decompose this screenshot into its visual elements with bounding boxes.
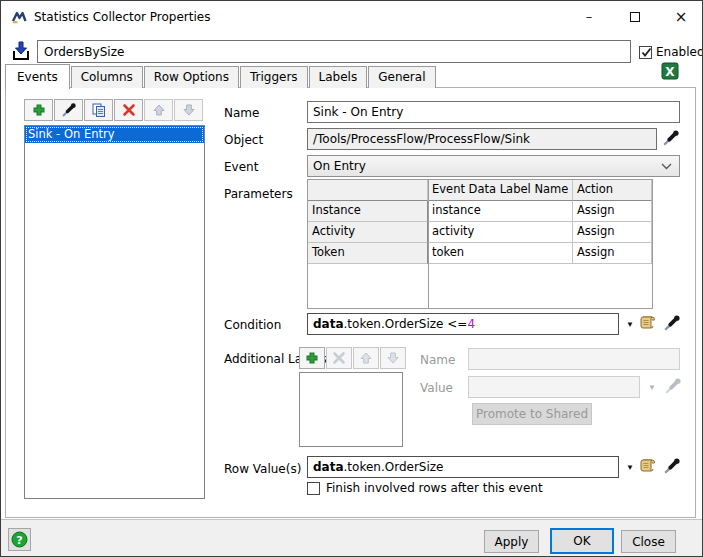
maximize-icon [630, 12, 640, 22]
object-sampler-button[interactable] [661, 129, 681, 149]
row-values-code-keyword: data [313, 460, 344, 474]
header-cell-action: Action [573, 180, 652, 201]
collector-name-input[interactable] [37, 40, 631, 63]
arrow-up-icon [358, 350, 374, 366]
table-row: Instance instance Assign [308, 201, 652, 222]
header-cell-event-data-label-name: Event Data Label Name [428, 180, 573, 201]
tab-labels[interactable]: Labels [309, 66, 368, 88]
move-event-down-button[interactable] [174, 99, 203, 121]
close-dialog-button[interactable]: Close [621, 530, 676, 553]
move-event-up-button[interactable] [144, 99, 173, 121]
event-select[interactable]: On Entry [307, 155, 680, 177]
eyedropper-icon [664, 377, 682, 395]
event-name-field[interactable]: Sink - On Entry [307, 101, 680, 123]
condition-sampler-button[interactable] [662, 314, 682, 334]
label-name-cell[interactable]: token [428, 243, 573, 264]
tab-row-options[interactable]: Row Options [144, 66, 239, 88]
object-path-field[interactable]: /Tools/ProcessFlow/ProcessFlow/Sink [307, 128, 657, 150]
script-scroll-icon [639, 457, 657, 474]
copy-icon [91, 102, 107, 118]
event-list[interactable]: Sink - On Entry [24, 125, 205, 499]
row-values-code-field[interactable]: data.token.OrderSize [307, 456, 619, 478]
parameters-label: Parameters [224, 187, 293, 201]
enabled-label: Enabled [656, 45, 703, 59]
delete-event-button[interactable] [114, 99, 143, 121]
row-values-sampler-button[interactable] [662, 457, 682, 477]
table-row: Activity activity Assign [308, 222, 652, 243]
minimize-button[interactable]: – [566, 1, 612, 32]
apply-button[interactable]: Apply [484, 530, 539, 553]
add-event-button[interactable] [24, 99, 53, 121]
label-value-dropdown-button[interactable]: ▼ [645, 380, 659, 394]
dropdown-arrow-icon: ▼ [648, 383, 656, 392]
condition-code-edit-button[interactable] [638, 314, 658, 334]
eyedropper-icon [61, 102, 77, 118]
condition-code-number: 4 [467, 317, 475, 331]
header-cell-blank [308, 180, 428, 201]
arrow-down-icon [385, 350, 401, 366]
window-title: Statistics Collector Properties [34, 10, 210, 24]
condition-dropdown-button[interactable]: ▼ [623, 317, 637, 331]
move-label-up-button[interactable] [353, 347, 379, 369]
ok-button[interactable]: OK [550, 528, 614, 554]
dropdown-arrow-icon: ▼ [626, 463, 634, 472]
promote-to-shared-button[interactable]: Promote to Shared [472, 403, 592, 425]
label-value-field[interactable] [468, 376, 640, 398]
statistics-collector-properties-dialog: Statistics Collector Properties – × Enab… [0, 0, 703, 557]
label-name-field[interactable] [468, 348, 680, 370]
row-values-label: Row Value(s) [224, 462, 301, 476]
event-label: Event [224, 160, 258, 174]
row-values-dropdown-button[interactable]: ▼ [623, 460, 637, 474]
svg-text:X: X [665, 65, 675, 79]
label-name-cell[interactable]: instance [428, 201, 573, 222]
minimize-icon: – [586, 9, 593, 24]
plus-icon [304, 350, 320, 366]
parameters-table-header: Event Data Label Name Action [308, 180, 652, 201]
finish-rows-label: Finish involved rows after this event [326, 481, 543, 495]
title-bar: Statistics Collector Properties – × [1, 1, 702, 33]
tab-general[interactable]: General [368, 66, 435, 88]
move-label-down-button[interactable] [380, 347, 406, 369]
row-values-code-edit-button[interactable] [638, 457, 658, 477]
export-excel-button[interactable]: X [660, 62, 680, 82]
table-row: Token token Assign [308, 243, 652, 264]
finish-rows-checkbox[interactable] [307, 482, 320, 495]
plus-icon [31, 102, 47, 118]
sample-event-button[interactable] [54, 99, 83, 121]
maximize-button[interactable] [612, 1, 658, 32]
action-cell[interactable]: Assign [573, 222, 652, 243]
label-name-cell[interactable]: activity [428, 222, 573, 243]
arrow-up-icon [151, 102, 167, 118]
arrow-down-icon [181, 102, 197, 118]
excel-icon: X [661, 62, 679, 80]
tab-columns[interactable]: Columns [71, 66, 143, 88]
action-cell[interactable]: Assign [573, 201, 652, 222]
help-button[interactable]: ? [8, 528, 31, 551]
name-label: Name [224, 106, 259, 120]
row-header-cell[interactable]: Token [308, 243, 428, 264]
row-header-cell[interactable]: Instance [308, 201, 428, 222]
label-value-sampler-button[interactable] [663, 377, 683, 397]
condition-code-field[interactable]: data.token.OrderSize <= 4 [307, 313, 619, 335]
close-icon: × [675, 8, 688, 26]
action-cell[interactable]: Assign [573, 243, 652, 264]
enabled-checkbox[interactable] [639, 46, 652, 59]
close-button[interactable]: × [658, 1, 703, 32]
add-label-button[interactable] [299, 347, 325, 369]
delete-label-button[interactable] [326, 347, 352, 369]
additional-labels-list[interactable] [299, 372, 403, 447]
tab-events[interactable]: Events [5, 64, 70, 89]
eyedropper-icon [663, 457, 681, 475]
event-list-item[interactable]: Sink - On Entry [25, 126, 204, 143]
condition-label: Condition [224, 318, 281, 332]
delete-x-icon [121, 102, 137, 118]
delete-x-icon [331, 350, 347, 366]
copy-event-button[interactable] [84, 99, 113, 121]
chevron-down-icon [661, 163, 672, 170]
collector-import-icon [10, 40, 32, 62]
parameters-table[interactable]: Event Data Label Name Action Instance in… [307, 179, 653, 309]
row-header-cell[interactable]: Activity [308, 222, 428, 243]
tab-triggers[interactable]: Triggers [240, 66, 308, 88]
eyedropper-icon [662, 129, 680, 147]
condition-code-keyword: data [313, 317, 344, 331]
